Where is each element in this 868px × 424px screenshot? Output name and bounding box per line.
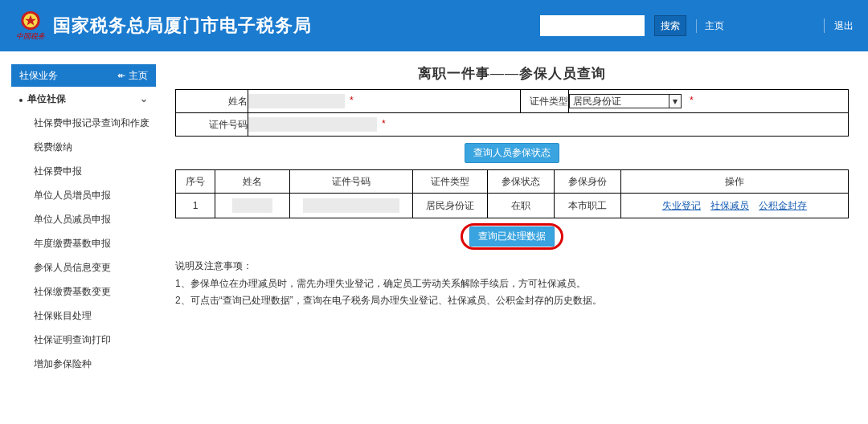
sidebar-home-button[interactable]: ↞主页	[117, 64, 148, 87]
user-placeholder	[734, 18, 814, 34]
table-header: 姓名	[215, 170, 290, 194]
sidebar-item[interactable]: 年度缴费基数申报	[11, 231, 156, 255]
table-header: 参保身份	[555, 170, 621, 194]
query-form: 姓名 * 证件类型 居民身份证▾* 证件号码 *	[175, 89, 849, 137]
highlight-ring: 查询已处理数据	[461, 223, 563, 250]
page-title: 离职一件事——参保人员查询	[175, 64, 849, 83]
label-name: 姓名	[176, 90, 248, 113]
search-button[interactable]: 搜索	[654, 15, 686, 36]
cell-name	[232, 198, 272, 213]
note-line: 1、参保单位在办理减员时，需先办理失业登记，确定员工劳动关系解除手续后，方可社保…	[175, 275, 849, 293]
query-status-button[interactable]: 查询人员参保状态	[465, 143, 559, 163]
sidebar-item[interactable]: 增加参保险种	[11, 352, 156, 376]
home-link[interactable]: 主页	[696, 19, 724, 33]
cell-identity: 本市职工	[555, 194, 621, 218]
cell-idno	[303, 198, 399, 213]
search-input[interactable]	[540, 15, 645, 36]
sidebar-category[interactable]: 单位社保 ⌄	[11, 87, 156, 111]
table-header: 证件号码	[290, 170, 413, 194]
logout-link[interactable]: 退出	[834, 19, 854, 33]
sidebar-item[interactable]: 税费缴纳	[11, 135, 156, 159]
label-idtype: 证件类型	[521, 90, 569, 113]
sidebar-item[interactable]: 社保证明查询打印	[11, 328, 156, 352]
sidebar-item[interactable]: 社保费申报记录查询和作废	[11, 111, 156, 135]
notes: 说明及注意事项： 1、参保单位在办理减员时，需先办理失业登记，确定员工劳动关系解…	[175, 258, 849, 310]
sidebar-item[interactable]: 社保账目处理	[11, 304, 156, 328]
op-link[interactable]: 社保减员	[710, 200, 749, 211]
sidebar-header: 社保业务 ↞主页	[11, 64, 156, 87]
note-line: 2、可点击“查询已处理数据”，查询在电子税务局办理失业登记、社保减员、公积金封存…	[175, 292, 849, 310]
label-idno: 证件号码	[176, 113, 248, 137]
cell-idtype: 居民身份证	[413, 194, 488, 218]
idno-input[interactable]	[248, 117, 377, 132]
table-header: 参保状态	[488, 170, 555, 194]
sidebar-item[interactable]: 社保缴费基数变更	[11, 279, 156, 304]
table-header: 操作	[621, 170, 849, 194]
cell-status: 在职	[488, 194, 555, 218]
site-emblem: 中国税务	[14, 10, 47, 42]
name-input[interactable]	[248, 94, 345, 108]
chevron-down-icon: ⌄	[140, 93, 148, 104]
cell-seq: 1	[176, 194, 215, 218]
sidebar-item[interactable]: 单位人员减员申报	[11, 207, 156, 231]
sidebar-title: 社保业务	[19, 64, 58, 87]
result-table: 序号姓名证件号码证件类型参保状态参保身份操作 1 居民身份证 在职 本市职工 失…	[175, 169, 849, 218]
chevron-down-icon: ▾	[669, 94, 682, 108]
idtype-select[interactable]: 居民身份证▾	[569, 94, 682, 108]
site-title: 国家税务总局厦门市电子税务局	[53, 14, 312, 38]
notes-title: 说明及注意事项：	[175, 258, 849, 275]
sidebar-item[interactable]: 社保费申报	[11, 159, 156, 183]
arrow-left-icon: ↞	[117, 64, 125, 87]
main-content: 离职一件事——参保人员查询 姓名 * 证件类型 居民身份证▾* 证件号码 * 查…	[156, 55, 868, 376]
op-link[interactable]: 失业登记	[662, 200, 701, 211]
sidebar: 社保业务 ↞主页 单位社保 ⌄ 社保费申报记录查询和作废税费缴纳社保费申报单位人…	[0, 55, 156, 376]
op-link[interactable]: 公积金封存	[759, 200, 807, 211]
query-processed-button[interactable]: 查询已处理数据	[469, 226, 555, 247]
sidebar-item[interactable]: 单位人员增员申报	[11, 183, 156, 207]
table-header: 序号	[176, 170, 215, 194]
table-header: 证件类型	[413, 170, 488, 194]
cell-ops: 失业登记社保减员公积金封存	[621, 194, 849, 218]
sidebar-item[interactable]: 参保人员信息变更	[11, 255, 156, 279]
divider	[824, 18, 825, 33]
